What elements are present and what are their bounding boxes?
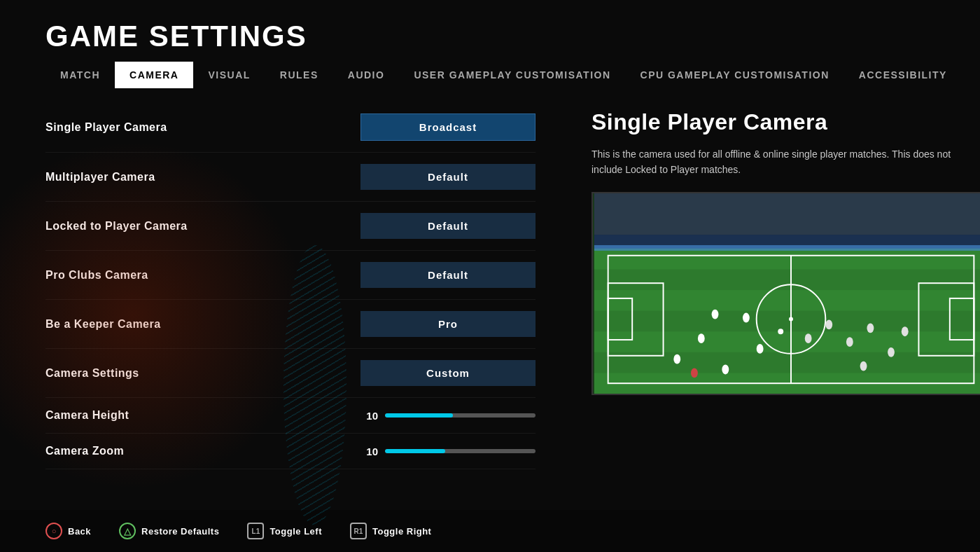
tab-audio[interactable]: AUDIO bbox=[333, 62, 400, 88]
selector-locked-to-player-camera[interactable]: Default bbox=[360, 213, 536, 239]
camera-zoom-value: 10 bbox=[357, 446, 378, 457]
svg-rect-3 bbox=[594, 249, 980, 394]
svg-point-20 bbox=[712, 309, 719, 319]
setting-pro-clubs-camera: Pro Clubs Camera Default bbox=[46, 251, 536, 300]
svg-point-18 bbox=[722, 364, 729, 374]
svg-point-16 bbox=[673, 354, 680, 364]
tab-cpu-gameplay[interactable]: CPU GAMEPLAY CUSTOMISATION bbox=[626, 62, 844, 88]
tab-match[interactable]: MATCH bbox=[46, 62, 115, 88]
r1-icon: R1 bbox=[350, 523, 367, 539]
camera-zoom-fill bbox=[385, 449, 445, 453]
setting-label-camera-zoom: Camera Zoom bbox=[46, 445, 124, 457]
l1-icon: L1 bbox=[247, 523, 264, 539]
setting-control-be-a-keeper-camera: Pro bbox=[360, 311, 536, 337]
svg-point-17 bbox=[698, 333, 705, 343]
setting-label-be-a-keeper-camera: Be a Keeper Camera bbox=[46, 318, 161, 331]
setting-label-multiplayer-camera: Multiplayer Camera bbox=[46, 171, 155, 184]
setting-label-camera-settings: Camera Settings bbox=[46, 367, 139, 380]
setting-control-pro-clubs-camera: Default bbox=[360, 262, 536, 288]
info-title: Single Player Camera bbox=[592, 109, 980, 135]
camera-height-track[interactable] bbox=[385, 413, 536, 418]
setting-control-camera-zoom: 10 bbox=[357, 446, 536, 457]
svg-point-30 bbox=[691, 368, 698, 378]
tab-camera[interactable]: CAMERA bbox=[115, 62, 193, 88]
svg-point-19 bbox=[743, 312, 750, 322]
setting-locked-to-player-camera: Locked to Player Camera Default bbox=[46, 202, 536, 251]
info-panel: Single Player Camera This is the camera … bbox=[570, 102, 980, 510]
setting-control-camera-height: 10 bbox=[357, 410, 536, 422]
tab-rules[interactable]: RULES bbox=[265, 62, 333, 88]
setting-single-player-camera: Single Player Camera Broadcast bbox=[46, 102, 536, 153]
setting-camera-settings: Camera Settings Custom bbox=[46, 349, 536, 398]
svg-point-27 bbox=[902, 326, 909, 336]
svg-point-29 bbox=[778, 329, 783, 334]
setting-be-a-keeper-camera: Be a Keeper Camera Pro bbox=[46, 300, 536, 349]
restore-defaults-label: Restore Defaults bbox=[141, 526, 219, 537]
circle-icon: ○ bbox=[46, 523, 62, 539]
camera-height-value: 10 bbox=[357, 410, 378, 422]
page-title: GAME SETTINGS bbox=[0, 0, 980, 53]
action-toggle-left[interactable]: L1 Toggle Left bbox=[247, 523, 322, 539]
setting-camera-zoom: Camera Zoom 10 bbox=[46, 434, 536, 469]
svg-rect-6 bbox=[594, 331, 980, 352]
camera-height-fill bbox=[385, 413, 453, 418]
selector-be-a-keeper-camera[interactable]: Pro bbox=[360, 311, 536, 337]
preview-image bbox=[592, 192, 980, 395]
setting-label-camera-height: Camera Height bbox=[46, 409, 129, 422]
bottom-bar: ○ Back △ Restore Defaults L1 Toggle Left… bbox=[0, 510, 980, 552]
setting-camera-height: Camera Height 10 bbox=[46, 398, 536, 434]
svg-point-28 bbox=[805, 333, 812, 343]
action-restore-defaults[interactable]: △ Restore Defaults bbox=[119, 523, 219, 539]
selector-single-player-camera[interactable]: Broadcast bbox=[360, 113, 536, 141]
page-content: GAME SETTINGS MATCH CAMERA VISUAL RULES … bbox=[0, 0, 980, 552]
tab-bar: MATCH CAMERA VISUAL RULES AUDIO USER GAM… bbox=[0, 62, 980, 88]
setting-control-locked-to-player-camera: Default bbox=[360, 213, 536, 239]
setting-multiplayer-camera: Multiplayer Camera Default bbox=[46, 153, 536, 202]
field-svg bbox=[593, 193, 980, 394]
svg-point-21 bbox=[757, 344, 764, 354]
svg-point-26 bbox=[860, 361, 867, 371]
setting-label-pro-clubs-camera: Pro Clubs Camera bbox=[46, 269, 148, 282]
setting-label-locked-to-player-camera: Locked to Player Camera bbox=[46, 220, 188, 233]
svg-point-11 bbox=[789, 317, 793, 321]
tab-accessibility[interactable]: ACCESSIBILITY bbox=[844, 62, 962, 88]
action-back[interactable]: ○ Back bbox=[46, 523, 91, 539]
setting-control-camera-settings: Custom bbox=[360, 360, 536, 386]
setting-control-single-player-camera: Broadcast bbox=[360, 113, 536, 141]
action-toggle-right[interactable]: R1 Toggle Right bbox=[350, 523, 431, 539]
settings-panel: Single Player Camera Broadcast Multiplay… bbox=[46, 102, 536, 510]
setting-control-multiplayer-camera: Default bbox=[360, 164, 536, 190]
back-label: Back bbox=[68, 526, 91, 537]
svg-point-25 bbox=[888, 347, 895, 357]
svg-point-22 bbox=[825, 319, 832, 329]
svg-point-23 bbox=[846, 337, 853, 347]
tab-visual[interactable]: VISUAL bbox=[193, 62, 265, 88]
svg-point-24 bbox=[867, 323, 874, 333]
svg-rect-1 bbox=[594, 193, 980, 235]
setting-label-single-player-camera: Single Player Camera bbox=[46, 121, 167, 134]
toggle-right-label: Toggle Right bbox=[372, 526, 431, 537]
tab-user-gameplay[interactable]: USER GAMEPLAY CUSTOMISATION bbox=[399, 62, 625, 88]
main-layout: Single Player Camera Broadcast Multiplay… bbox=[0, 88, 980, 510]
selector-multiplayer-camera[interactable]: Default bbox=[360, 164, 536, 190]
selector-camera-settings[interactable]: Custom bbox=[360, 360, 536, 386]
svg-rect-4 bbox=[594, 249, 980, 270]
toggle-left-label: Toggle Left bbox=[270, 526, 322, 537]
info-description: This is the camera used for all offline … bbox=[592, 146, 980, 178]
triangle-icon: △ bbox=[119, 523, 136, 539]
camera-zoom-track[interactable] bbox=[385, 449, 536, 453]
selector-pro-clubs-camera[interactable]: Default bbox=[360, 262, 536, 288]
svg-rect-5 bbox=[594, 290, 980, 311]
svg-rect-31 bbox=[594, 245, 980, 251]
